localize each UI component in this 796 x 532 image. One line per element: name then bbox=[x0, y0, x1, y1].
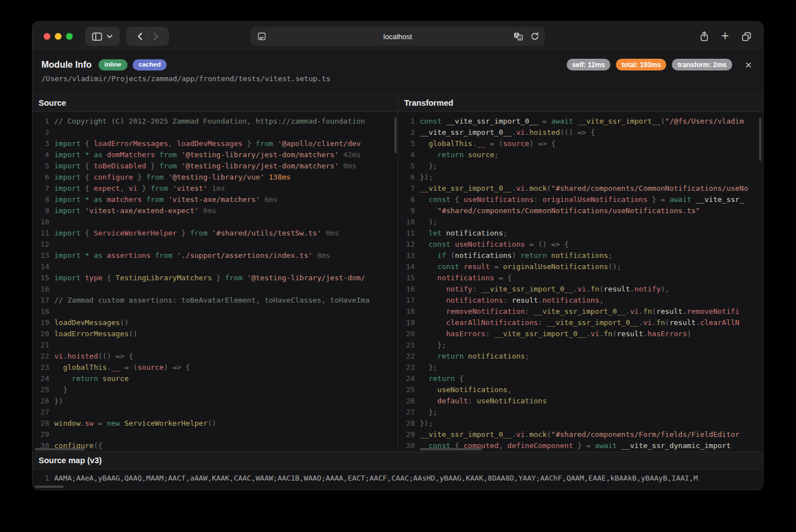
address-bar[interactable]: localhost A a bbox=[251, 27, 545, 46]
code-token bbox=[81, 251, 85, 260]
code-token: }; bbox=[420, 408, 437, 416]
code-token: hoisted bbox=[529, 128, 560, 136]
code-token: } = bbox=[648, 195, 670, 204]
code-token: 0ms bbox=[339, 162, 356, 170]
code-token: originalUseNotifications bbox=[503, 262, 608, 271]
code-line: 15 notifications = { bbox=[398, 272, 764, 284]
code-token: { bbox=[81, 184, 93, 192]
code-token: const bbox=[437, 262, 459, 271]
code-token: { bbox=[81, 229, 93, 237]
code-line: 10 bbox=[32, 216, 398, 228]
code-text: import 'vitest-axe/extend-expect' 0ms bbox=[54, 205, 216, 216]
source-vertical-scrollbar-thumb[interactable] bbox=[394, 117, 397, 153]
nav-separator bbox=[148, 31, 148, 42]
code-line: 9import 'vitest-axe/extend-expect' 0ms bbox=[32, 205, 398, 216]
code-text: hasErrors: __vite_ssr_import_0__.vi.fn(r… bbox=[420, 328, 691, 340]
code-token: domMatchers bbox=[107, 150, 155, 159]
window-minimize-button[interactable] bbox=[55, 33, 62, 40]
code-token: default bbox=[437, 397, 468, 405]
code-token: __vite_ssr_import_0__ bbox=[534, 307, 625, 316]
code-token: clearAllN bbox=[700, 318, 739, 327]
line-number: 7 bbox=[398, 183, 415, 194]
code-line: 20 hasErrors: __vite_ssr_import_0__.vi.f… bbox=[398, 328, 764, 340]
code-token: : bbox=[534, 195, 543, 204]
code-token bbox=[164, 195, 168, 204]
back-button[interactable] bbox=[136, 32, 143, 41]
code-line: 1const __vite_ssr_import_0__ = await __v… bbox=[398, 116, 764, 127]
transformed-code[interactable]: 1const __vite_ssr_import_0__ = await __v… bbox=[398, 112, 764, 451]
module-badge: inline bbox=[98, 59, 128, 70]
window-close-button[interactable] bbox=[44, 33, 50, 40]
code-text: } bbox=[54, 384, 67, 396]
close-icon[interactable]: × bbox=[745, 59, 752, 70]
sourcemap-code[interactable]: 1 AAMA;AAeA,yBAAG,QAAQ,MAAM;AACf,aAAW,KA… bbox=[32, 469, 763, 489]
code-token: return bbox=[521, 251, 547, 260]
forward-button[interactable] bbox=[153, 32, 159, 41]
code-token: from bbox=[256, 139, 273, 148]
code-token: from bbox=[159, 162, 177, 170]
code-token: '@testing-library/jest-dom/matchers' bbox=[181, 162, 339, 170]
code-token: 0ms bbox=[321, 229, 338, 237]
line-number: 14 bbox=[398, 261, 415, 272]
tab-overview-button[interactable] bbox=[741, 31, 752, 41]
source-horizontal-scrollbar-thumb[interactable] bbox=[35, 448, 85, 450]
code-token: __vite_ssr_import__ bbox=[577, 117, 661, 125]
code-line: 4import * as domMatchers from '@testing-… bbox=[32, 149, 398, 161]
line-number: 8 bbox=[32, 194, 49, 205]
line-number: 1 bbox=[32, 473, 49, 484]
sidebar-toggle-button[interactable] bbox=[85, 27, 120, 46]
code-token bbox=[420, 318, 446, 327]
code-token: notify bbox=[634, 285, 661, 293]
code-token bbox=[617, 441, 621, 450]
window-zoom-button[interactable] bbox=[66, 33, 73, 40]
code-token bbox=[164, 173, 168, 181]
code-token: sw bbox=[85, 419, 94, 427]
code-line: 7import { expect, vi } from 'vitest' 1ms bbox=[32, 183, 398, 194]
code-token: // Copyright (C) 2012-2025 Zammad Founda… bbox=[54, 117, 365, 125]
code-line: 30configure({ bbox=[32, 440, 398, 451]
code-token: ( bbox=[446, 251, 455, 260]
code-text: import * as assertions from './support/a… bbox=[54, 250, 330, 261]
transformed-vertical-scrollbar-thumb[interactable] bbox=[759, 117, 761, 161]
code-token: ) => { bbox=[164, 363, 190, 371]
code-panels: Source 1// Copyright (C) 2012-2025 Zamma… bbox=[32, 95, 763, 451]
line-number: 12 bbox=[32, 239, 49, 250]
code-token: : bbox=[486, 329, 494, 338]
code-line: 12 bbox=[32, 239, 398, 250]
line-number: 5 bbox=[32, 161, 49, 172]
code-token: './support/assertions/index.ts' bbox=[177, 251, 313, 260]
code-token bbox=[420, 195, 429, 204]
code-line: 29__vite_ssr_import_0__.vi.mock("#shared… bbox=[398, 429, 764, 440]
code-token: '#shared/utils/testSw.ts' bbox=[212, 229, 322, 237]
code-token: . bbox=[81, 419, 85, 427]
reload-button[interactable] bbox=[531, 32, 539, 41]
code-token bbox=[98, 374, 102, 383]
code-token: vi bbox=[516, 430, 525, 439]
code-line: 10 ); bbox=[398, 216, 764, 228]
code-token: } bbox=[212, 274, 225, 282]
transformed-horizontal-scrollbar-thumb[interactable] bbox=[420, 448, 482, 450]
code-text: import { loadErrorMessages, loadDevMessa… bbox=[54, 138, 361, 149]
code-token bbox=[420, 206, 437, 215]
code-token bbox=[420, 329, 446, 338]
code-token: useNotifications bbox=[464, 195, 534, 204]
translate-button[interactable]: A a bbox=[514, 32, 524, 41]
code-line: 9 "#shared/components/CommonNotification… bbox=[398, 205, 764, 216]
code-line: 13import * as assertions from './support… bbox=[32, 250, 398, 261]
new-tab-button[interactable]: + bbox=[722, 31, 729, 43]
sourcemap-horizontal-scrollbar-thumb[interactable] bbox=[35, 486, 64, 488]
code-token: 'vitest' bbox=[172, 184, 208, 192]
line-number: 17 bbox=[398, 295, 415, 306]
line-number: 18 bbox=[32, 306, 49, 317]
code-token: fn bbox=[656, 318, 665, 327]
line-number: 22 bbox=[32, 351, 49, 362]
code-token: clearAllNotifications bbox=[446, 318, 538, 327]
code-line: 21 }; bbox=[398, 340, 764, 351]
share-button[interactable] bbox=[699, 31, 709, 42]
line-number: 3 bbox=[398, 138, 415, 149]
code-line: 6import { configure } from '@testing-lib… bbox=[32, 172, 398, 183]
line-number: 28 bbox=[398, 418, 415, 429]
code-token: from bbox=[146, 173, 163, 181]
source-code[interactable]: 1// Copyright (C) 2012-2025 Zammad Found… bbox=[32, 112, 398, 451]
share-icon bbox=[699, 31, 709, 42]
